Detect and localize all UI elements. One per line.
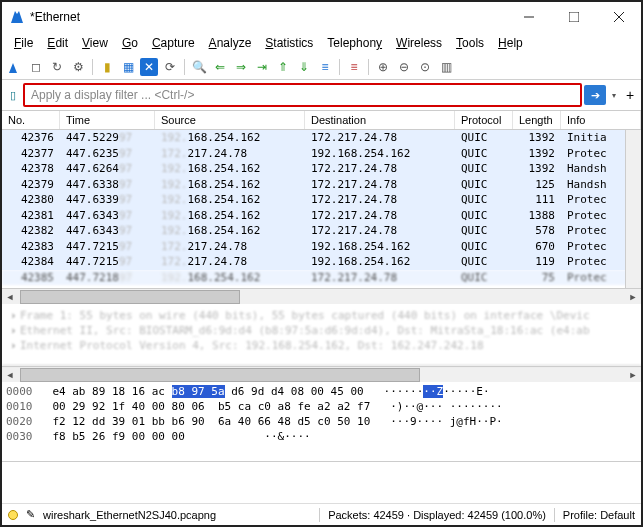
last-icon[interactable]: ⇓ [295, 58, 313, 76]
svg-rect-1 [569, 12, 579, 22]
packet-row[interactable]: 42376447.522997192.168.254.162172.217.24… [2, 130, 641, 146]
bookmark-icon[interactable]: ▯ [5, 87, 21, 103]
start-capture-icon[interactable] [6, 58, 24, 76]
horizontal-scrollbar[interactable]: ◄► [2, 288, 641, 304]
zoom-out-icon[interactable]: ⊖ [395, 58, 413, 76]
packet-list-header: No. Time Source Destination Protocol Len… [2, 110, 641, 130]
menu-wireless[interactable]: Wireless [390, 34, 448, 52]
display-filter-input[interactable]: Apply a display filter ... <Ctrl-/> [23, 83, 582, 107]
maximize-button[interactable] [551, 2, 596, 32]
menu-edit[interactable]: Edit [41, 34, 74, 52]
menu-analyze[interactable]: Analyze [203, 34, 258, 52]
packet-details-pane[interactable]: ›Frame 1: 55 bytes on wire (440 bits), 5… [2, 304, 641, 366]
app-icon [10, 10, 24, 24]
next-icon[interactable]: ⇒ [232, 58, 250, 76]
col-protocol[interactable]: Protocol [455, 111, 513, 129]
title-bar: *Ethernet [2, 2, 641, 32]
toolbar: ◻ ↻ ⚙ ▮ ▦ ✕ ⟳ 🔍 ⇐ ⇒ ⇥ ⇑ ⇓ ≡ ≡ ⊕ ⊖ ⊙ ▥ [2, 54, 641, 80]
menu-file[interactable]: File [8, 34, 39, 52]
zoom-reset-icon[interactable]: ⊙ [416, 58, 434, 76]
save-file-icon[interactable]: ▦ [119, 58, 137, 76]
filter-bar: ▯ Apply a display filter ... <Ctrl-/> ➔ … [2, 80, 641, 110]
menu-tools[interactable]: Tools [450, 34, 490, 52]
col-time[interactable]: Time [60, 111, 155, 129]
resize-cols-icon[interactable]: ▥ [437, 58, 455, 76]
menu-capture[interactable]: Capture [146, 34, 201, 52]
stop-capture-icon[interactable]: ◻ [27, 58, 45, 76]
packet-row[interactable]: 42385447.721897192.168.254.162172.217.24… [2, 270, 641, 286]
status-filename: wireshark_EthernetN2SJ40.pcapng [43, 509, 311, 521]
zoom-in-icon[interactable]: ⊕ [374, 58, 392, 76]
filter-history-dropdown[interactable]: ▾ [608, 85, 620, 105]
col-source[interactable]: Source [155, 111, 305, 129]
packet-row[interactable]: 42377447.623597172.217.24.78192.168.254.… [2, 146, 641, 162]
menu-telephony[interactable]: Telephony [321, 34, 388, 52]
prev-icon[interactable]: ⇐ [211, 58, 229, 76]
col-length[interactable]: Length [513, 111, 561, 129]
minimize-button[interactable] [506, 2, 551, 32]
packet-row[interactable]: 42381447.634397192.168.254.162172.217.24… [2, 208, 641, 224]
window-title: *Ethernet [30, 10, 506, 24]
packet-bytes-pane[interactable]: 0000 e4 ab 89 18 16 ac b8 97 5a d6 9d d4… [2, 382, 641, 462]
menu-view[interactable]: View [76, 34, 114, 52]
col-no[interactable]: No. [2, 111, 60, 129]
packet-row[interactable]: 42384447.721597172.217.24.78192.168.254.… [2, 254, 641, 270]
find-icon[interactable]: 🔍 [190, 58, 208, 76]
packet-row[interactable]: 42378447.626497192.168.254.162172.217.24… [2, 161, 641, 177]
packet-row[interactable]: 42383447.721597172.217.24.78192.168.254.… [2, 239, 641, 255]
menu-bar: File Edit View Go Capture Analyze Statis… [2, 32, 641, 54]
col-destination[interactable]: Destination [305, 111, 455, 129]
goto-icon[interactable]: ⇥ [253, 58, 271, 76]
vertical-scrollbar[interactable] [625, 130, 641, 288]
packet-row[interactable]: 42380447.633997192.168.254.162172.217.24… [2, 192, 641, 208]
capture-options-icon[interactable]: ⚙ [69, 58, 87, 76]
packet-row[interactable]: 42382447.634397192.168.254.162172.217.24… [2, 223, 641, 239]
status-profile[interactable]: Profile: Default [563, 509, 635, 521]
details-scrollbar[interactable]: ◄► [2, 366, 641, 382]
restart-capture-icon[interactable]: ↻ [48, 58, 66, 76]
capture-file-icon[interactable]: ✎ [26, 508, 35, 521]
first-icon[interactable]: ⇑ [274, 58, 292, 76]
open-file-icon[interactable]: ▮ [98, 58, 116, 76]
col-info[interactable]: Info [561, 111, 641, 129]
status-bar: ✎ wireshark_EthernetN2SJ40.pcapng Packet… [2, 503, 641, 525]
menu-statistics[interactable]: Statistics [259, 34, 319, 52]
colorize-icon[interactable]: ≡ [345, 58, 363, 76]
close-file-icon[interactable]: ✕ [140, 58, 158, 76]
expert-info-icon[interactable] [8, 510, 18, 520]
packet-list: 42376447.522997192.168.254.162172.217.24… [2, 130, 641, 288]
status-packets: Packets: 42459 · Displayed: 42459 (100.0… [328, 509, 546, 521]
autoscroll-icon[interactable]: ≡ [316, 58, 334, 76]
close-button[interactable] [596, 2, 641, 32]
apply-filter-button[interactable]: ➔ [584, 85, 606, 105]
menu-help[interactable]: Help [492, 34, 529, 52]
packet-row[interactable]: 42379447.633897192.168.254.162172.217.24… [2, 177, 641, 193]
add-filter-button[interactable]: + [622, 85, 638, 105]
reload-icon[interactable]: ⟳ [161, 58, 179, 76]
menu-go[interactable]: Go [116, 34, 144, 52]
